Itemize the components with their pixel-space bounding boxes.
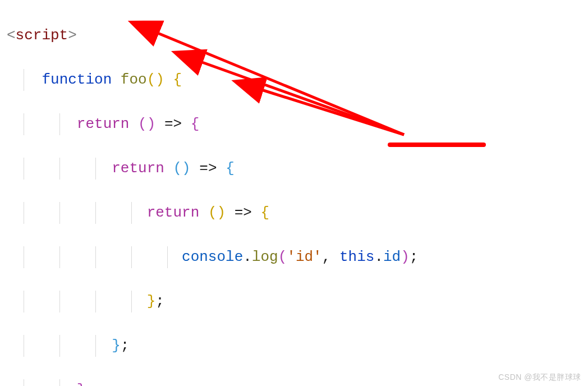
paren: ) [147, 116, 156, 132]
brace: } [77, 382, 86, 386]
semicolon: ; [410, 249, 419, 265]
keyword-function: function [42, 71, 112, 88]
keyword-this: this [339, 249, 374, 265]
arrow: => [199, 160, 217, 177]
tag-name: script [16, 27, 68, 44]
code-line: }; [7, 291, 584, 313]
code-line: function foo() { [7, 69, 584, 91]
identifier: console [182, 249, 243, 265]
method: log [252, 249, 278, 265]
paren: ) [155, 71, 164, 88]
function-name: foo [121, 71, 147, 88]
bracket: > [68, 27, 77, 44]
brace: } [147, 293, 156, 310]
code-line: return () => { [7, 202, 584, 224]
semicolon: ; [155, 293, 164, 310]
semicolon: ; [85, 382, 94, 386]
code-line: }; [7, 379, 584, 386]
brace: { [226, 160, 235, 177]
arrow: => [164, 116, 182, 132]
keyword-return: return [147, 204, 200, 221]
brace: } [112, 337, 121, 354]
semicolon: ; [121, 337, 130, 354]
paren: ) [182, 160, 191, 177]
string: 'id' [287, 249, 321, 265]
paren: ( [147, 71, 156, 88]
paren: ( [138, 116, 147, 132]
property: id [383, 249, 401, 265]
comma: , [322, 249, 331, 265]
paren: ( [208, 204, 217, 221]
keyword-return: return [77, 116, 130, 132]
paren: ) [401, 249, 410, 265]
brace: { [191, 116, 200, 132]
code-editor: <script> function foo() { return () => {… [0, 0, 588, 386]
code-line: console.log('id', this.id); [7, 246, 584, 269]
code-line: <script> [7, 25, 584, 47]
bracket: < [7, 27, 16, 44]
dot: . [243, 249, 252, 265]
paren: ( [278, 249, 287, 265]
code-line: return () => { [7, 113, 584, 136]
arrow: => [235, 204, 252, 221]
code-line: }; [7, 335, 584, 357]
paren: ) [217, 204, 226, 221]
code-line: return () => { [7, 158, 584, 180]
keyword-return: return [112, 160, 164, 177]
brace: { [173, 71, 182, 88]
watermark: CSDN @我不是胖球球 [498, 373, 581, 383]
brace: { [261, 204, 270, 221]
paren: ( [173, 160, 182, 177]
dot: . [374, 249, 383, 265]
